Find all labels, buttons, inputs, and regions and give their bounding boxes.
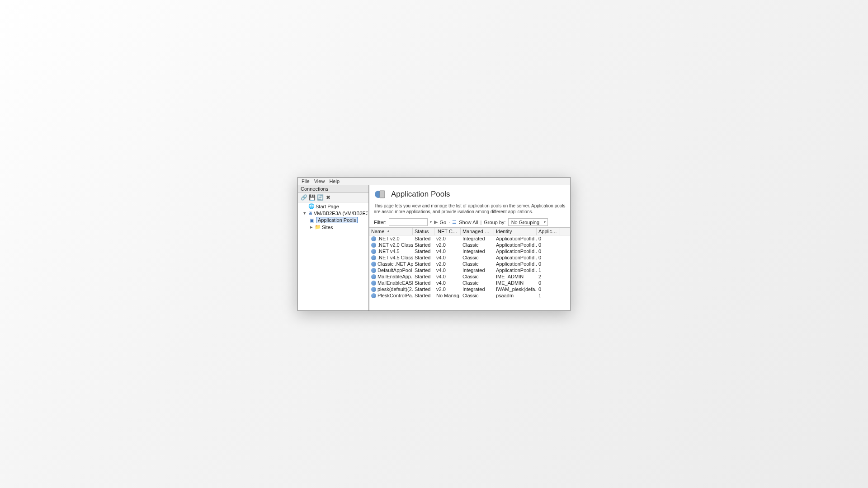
th-status[interactable]: Status — [413, 228, 434, 235]
cell-apps: 0 — [537, 242, 560, 248]
app-pool-row-icon — [371, 249, 376, 254]
cell-status: Started — [413, 286, 434, 292]
cell-apps: 0 — [537, 280, 560, 286]
cell-clr: v2.0 — [434, 235, 461, 242]
group-by-label: Group by: — [484, 220, 505, 225]
app-pool-icon: ▣ — [309, 217, 315, 223]
cell-status: Started — [413, 254, 434, 261]
cell-identity: psaadm — [494, 292, 537, 299]
cell-identity: ApplicationPoolId... — [494, 267, 537, 273]
cell-name: MailEnableEASP... — [369, 280, 413, 286]
cell-clr: v2.0 — [434, 261, 461, 267]
go-icon[interactable]: ▶ — [434, 219, 438, 225]
cell-name: MailEnableApp... — [369, 273, 413, 280]
table-row[interactable]: MailEnableApp...Startedv4.0ClassicIME_AD… — [369, 273, 570, 280]
cell-status: Started — [413, 261, 434, 267]
app-pool-row-icon — [371, 274, 376, 279]
expander-icon[interactable]: ▾ — [303, 210, 306, 216]
filter-label: Filter: — [374, 220, 387, 225]
cell-name: DefaultAppPool — [369, 267, 413, 273]
server-icon: 🖥 — [307, 210, 312, 216]
cell-apps: 0 — [537, 286, 560, 292]
table-row[interactable]: .NET v2.0Startedv2.0IntegratedApplicatio… — [369, 235, 570, 242]
page-header: Application Pools — [369, 185, 570, 202]
th-name[interactable]: Name ▴ — [369, 228, 413, 235]
cell-pipeline: Integrated — [461, 286, 494, 292]
stop-icon[interactable]: ✖ — [325, 194, 331, 201]
cell-clr: v4.0 — [434, 273, 461, 280]
tree-node-label: Sites — [322, 225, 333, 230]
filter-dropdown-icon[interactable]: ▾ — [430, 220, 432, 224]
menu-help[interactable]: Help — [329, 178, 340, 184]
cell-pipeline: Integrated — [461, 235, 494, 242]
cell-clr: v4.0 — [434, 248, 461, 254]
th-clr[interactable]: .NET CLR V... — [434, 228, 461, 235]
cell-clr: v4.0 — [434, 254, 461, 261]
cell-pipeline: Classic — [461, 254, 494, 261]
cell-status: Started — [413, 267, 434, 273]
cell-clr: v2.0 — [434, 242, 461, 248]
connections-toolbar: 🔗 💾 🔄 ✖ — [298, 193, 368, 202]
refresh-icon[interactable]: 🔄 — [317, 194, 323, 201]
cell-clr: v2.0 — [434, 286, 461, 292]
menu-view[interactable]: View — [314, 178, 325, 184]
showall-icon[interactable]: ☰ — [452, 219, 457, 225]
tree-node-start-page[interactable]: 🌐 Start Page — [299, 203, 368, 210]
cell-identity: IME_ADMIN — [494, 280, 537, 286]
cell-status: Started — [413, 242, 434, 248]
cell-status: Started — [413, 292, 434, 299]
app-pool-row-icon — [371, 255, 376, 260]
cell-identity: IWAM_plesk(defa... — [494, 286, 537, 292]
cell-apps: 0 — [537, 248, 560, 254]
connect-icon[interactable]: 🔗 — [301, 194, 307, 201]
page-title: Application Pools — [391, 190, 450, 199]
cell-pipeline: Integrated — [461, 248, 494, 254]
filter-input[interactable] — [389, 218, 428, 226]
table-row[interactable]: PleskControlPa...StartedNo Manag...Class… — [369, 292, 570, 299]
cell-pipeline: Integrated — [461, 267, 494, 273]
expander-icon[interactable]: ▸ — [310, 224, 313, 230]
cell-name: .NET v2.0 — [369, 235, 413, 242]
menu-file[interactable]: File — [302, 178, 310, 184]
show-all-button[interactable]: Show All — [459, 220, 478, 225]
separator: · — [448, 220, 450, 225]
tree-node-server[interactable]: ▾ 🖥 VM/BB2E3A (VM/BB2E3A\Ad — [299, 210, 368, 216]
go-label[interactable]: Go — [440, 220, 447, 225]
app-pools-table: Name ▴ Status .NET CLR V... Managed Pipe… — [369, 227, 570, 310]
save-icon[interactable]: 💾 — [309, 194, 315, 201]
cell-status: Started — [413, 280, 434, 286]
table-header-row: Name ▴ Status .NET CLR V... Managed Pipe… — [369, 228, 570, 235]
table-row[interactable]: .NET v4.5Startedv4.0IntegratedApplicatio… — [369, 248, 570, 254]
th-identity[interactable]: Identity — [494, 228, 537, 235]
th-label: Name — [371, 229, 384, 234]
table-body: .NET v2.0Startedv2.0IntegratedApplicatio… — [369, 235, 570, 310]
table-row[interactable]: .NET v2.0 ClassicStartedv2.0ClassicAppli… — [369, 242, 570, 248]
app-pool-row-icon — [371, 243, 376, 248]
th-apps[interactable]: Applications — [537, 228, 560, 235]
table-row[interactable]: DefaultAppPoolStartedv4.0IntegratedAppli… — [369, 267, 570, 273]
cell-apps: 0 — [537, 261, 560, 267]
app-pool-row-icon — [371, 281, 376, 286]
app-pool-row-icon — [371, 268, 376, 273]
table-row[interactable]: .NET v4.5 ClassicStartedv4.0ClassicAppli… — [369, 254, 570, 261]
cell-clr: v4.0 — [434, 280, 461, 286]
app-pool-row-icon — [371, 236, 376, 241]
app-pools-page-icon — [374, 188, 387, 201]
tree-node-sites[interactable]: ▸ 📁 Sites — [299, 224, 368, 230]
cell-apps: 1 — [537, 292, 560, 299]
cell-name: .NET v4.5 — [369, 248, 413, 254]
cell-identity: ApplicationPoolId... — [494, 235, 537, 242]
sites-icon: 📁 — [315, 224, 321, 230]
cell-pipeline: Classic — [461, 273, 494, 280]
table-row[interactable]: Classic .NET Ap...Startedv2.0ClassicAppl… — [369, 261, 570, 267]
group-by-dropdown[interactable]: No Grouping — [508, 218, 548, 226]
cell-apps: 0 — [537, 254, 560, 261]
tree-node-app-pools[interactable]: ▣ Application Pools — [299, 216, 368, 224]
cell-status: Started — [413, 235, 434, 242]
cell-name: .NET v4.5 Classic — [369, 254, 413, 261]
th-pipeline[interactable]: Managed Pipel... — [461, 228, 494, 235]
tree-node-label: Application Pools — [316, 217, 358, 223]
table-row[interactable]: MailEnableEASP...Startedv4.0ClassicIME_A… — [369, 280, 570, 286]
cell-apps: 0 — [537, 235, 560, 242]
table-row[interactable]: plesk(default)(2....Startedv2.0Integrate… — [369, 286, 570, 292]
